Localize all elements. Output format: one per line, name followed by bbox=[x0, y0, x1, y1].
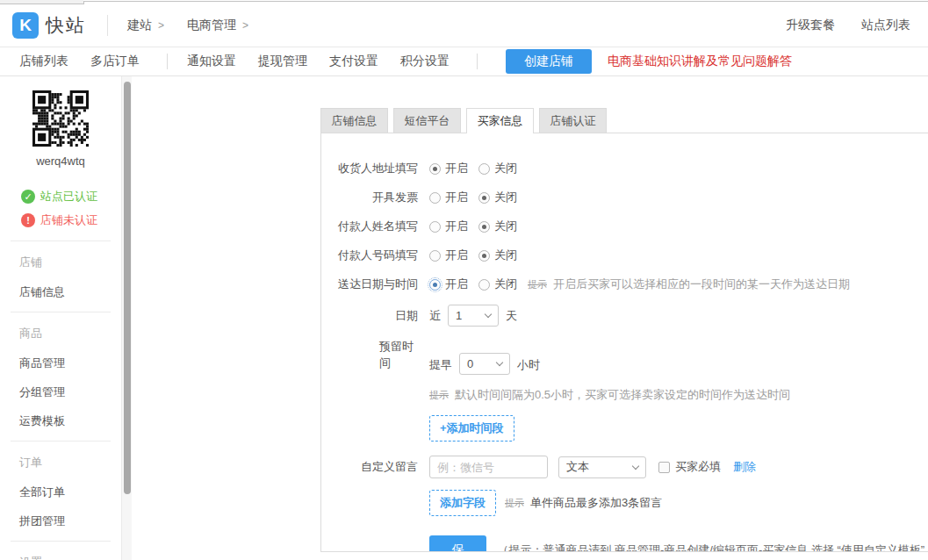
tab-shop-verification[interactable]: 店铺认证 bbox=[539, 108, 607, 133]
nav-item-multi-shop-orders[interactable]: 多店订单 bbox=[90, 54, 140, 69]
kuaizhan-logo-text: 快站 bbox=[46, 13, 86, 38]
sidebar-item-shop-info[interactable]: 店铺信息 bbox=[19, 284, 121, 299]
kuaizhan-logo[interactable]: K 快站 bbox=[12, 12, 86, 39]
form-row-reserve-time: 预留时间 提早 0 小时 bbox=[321, 338, 928, 375]
receiver-address-on-radio[interactable] bbox=[429, 163, 441, 175]
sidebar-section-title-product: 商品 bbox=[19, 326, 121, 341]
sidebar-divider bbox=[11, 241, 111, 241]
breadcrumb-site-builder[interactable]: 建站 bbox=[127, 18, 164, 33]
delivery-datetime-note: 开启后买家可以选择相应的一段时间的某一天作为送达日期 bbox=[553, 276, 850, 292]
header-divider bbox=[107, 15, 108, 36]
chevron-down-icon bbox=[485, 311, 492, 318]
nav-item-notification-settings[interactable]: 通知设置 bbox=[187, 54, 236, 69]
sidebar-item-all-orders[interactable]: 全部订单 bbox=[19, 485, 121, 499]
sidebar-section-title-order: 订单 bbox=[19, 455, 121, 470]
reserve-time-label: 预留时间 bbox=[321, 338, 418, 371]
on-label: 开启 bbox=[445, 219, 468, 234]
sidebar-scrollbar bbox=[121, 76, 132, 560]
upgrade-plan-link[interactable]: 升级套餐 bbox=[786, 18, 835, 33]
main-content: 店铺信息 短信平台 买家信息 店铺认证 收货人地址填写 开启 关闭 bbox=[132, 76, 928, 560]
tab-sms-platform[interactable]: 短信平台 bbox=[393, 108, 461, 133]
field-type-select[interactable]: 文本 bbox=[558, 456, 646, 478]
delete-field-link[interactable]: 删除 bbox=[733, 459, 756, 475]
on-label: 开启 bbox=[445, 276, 468, 292]
nav-item-shop-list[interactable]: 店铺列表 bbox=[19, 54, 68, 69]
nav-divider bbox=[167, 54, 168, 69]
payer-phone-on-radio[interactable] bbox=[429, 250, 441, 262]
reserve-select[interactable]: 0 bbox=[459, 353, 510, 375]
payer-phone-off-radio[interactable] bbox=[478, 250, 490, 262]
tip-broken-image: 提示 bbox=[505, 497, 524, 510]
payer-name-off-radio[interactable] bbox=[478, 221, 490, 233]
sidebar: werq4wtq ✓ 站点已认证 ! 店铺未认证 店铺 店铺信息 商品 商品管理… bbox=[0, 76, 121, 560]
save-button[interactable]: 保存 bbox=[429, 535, 486, 552]
buyer-required-checkbox[interactable] bbox=[658, 462, 670, 473]
site-verified-badge: ✓ 站点已认证 bbox=[21, 189, 121, 205]
reserve-select-value: 0 bbox=[467, 357, 473, 370]
tab-shop-info[interactable]: 店铺信息 bbox=[320, 108, 388, 133]
form-row-interval-tip: 提示 默认时间间隔为0.5小时，买家可选择卖家设定的时间作为送达时间 bbox=[321, 386, 928, 404]
off-label: 关闭 bbox=[494, 276, 517, 292]
invoice-label: 开具发票 bbox=[321, 190, 418, 205]
on-label: 开启 bbox=[445, 190, 468, 205]
form-row-add-time: +添加时间段 bbox=[321, 415, 928, 442]
site-verified-label: 站点已认证 bbox=[40, 189, 97, 205]
exclamation-circle-icon: ! bbox=[21, 213, 35, 227]
nav-item-withdraw-management[interactable]: 提现管理 bbox=[258, 54, 307, 69]
date-label: 日期 bbox=[321, 308, 418, 324]
shop-unverified-badge: ! 店铺未认证 bbox=[21, 212, 121, 228]
receiver-address-off-radio[interactable] bbox=[478, 163, 490, 175]
tip-broken-image: 提示 bbox=[429, 389, 449, 402]
settings-panel: 店铺信息 短信平台 买家信息 店铺认证 收货人地址填写 开启 关闭 bbox=[320, 108, 928, 552]
invoice-on-radio[interactable] bbox=[429, 192, 441, 204]
kuaizhan-logo-icon: K bbox=[12, 12, 39, 39]
date-select[interactable]: 1 bbox=[448, 305, 499, 327]
field-type-value: 文本 bbox=[566, 459, 589, 475]
date-select-value: 1 bbox=[456, 309, 462, 322]
check-circle-icon: ✓ bbox=[21, 190, 35, 204]
browser-chrome-sliver bbox=[0, 0, 928, 4]
nav-item-payment-settings[interactable]: 支付设置 bbox=[329, 54, 378, 69]
browser-tab-edge-right bbox=[83, 1, 928, 4]
invoice-off-radio[interactable] bbox=[478, 192, 490, 204]
breadcrumb-ecommerce-management[interactable]: 电商管理 bbox=[187, 18, 248, 33]
verification-badges: ✓ 站点已认证 ! 店铺未认证 bbox=[21, 189, 121, 228]
ecommerce-faq-link[interactable]: 电商基础知识讲解及常见问题解答 bbox=[608, 54, 792, 69]
sidebar-item-product-management[interactable]: 商品管理 bbox=[19, 355, 121, 370]
on-label: 开启 bbox=[445, 161, 468, 176]
sidebar-divider bbox=[11, 441, 111, 442]
sidebar-item-group-buy-management[interactable]: 拼团管理 bbox=[19, 513, 121, 528]
sidebar-divider bbox=[11, 312, 111, 312]
form-row-add-field: 添加字段 提示 单件商品最多添加3条留言 bbox=[321, 490, 928, 516]
site-list-link[interactable]: 站点列表 bbox=[861, 18, 910, 33]
sidebar-item-group-management[interactable]: 分组管理 bbox=[19, 384, 121, 399]
chevron-down-icon bbox=[496, 359, 503, 366]
date-prefix: 近 bbox=[429, 308, 441, 324]
sidebar-item-shipping-template[interactable]: 运费模板 bbox=[19, 413, 121, 428]
form-row-custom-message: 自定义留言 文本 买家必填 删除 bbox=[321, 456, 928, 478]
form-row-delivery-datetime: 送达日期与时间 开启 关闭 提示 开启后买家可以选择相应的一段时间的某一天作为送… bbox=[321, 276, 928, 293]
off-label: 关闭 bbox=[494, 161, 517, 176]
max-messages-note: 单件商品最多添加3条留言 bbox=[530, 495, 662, 511]
off-label: 关闭 bbox=[494, 219, 517, 234]
reserve-prefix: 提早 bbox=[429, 357, 452, 373]
buyer-info-form: 收货人地址填写 开启 关闭 开具发票 开启 关闭 bbox=[320, 133, 928, 552]
tab-buyer-info[interactable]: 买家信息 bbox=[466, 108, 534, 133]
off-label: 关闭 bbox=[494, 248, 517, 263]
tip-broken-image: 提示 bbox=[528, 278, 547, 291]
page-body: werq4wtq ✓ 站点已认证 ! 店铺未认证 店铺 店铺信息 商品 商品管理… bbox=[0, 76, 928, 560]
add-time-slot-button[interactable]: +添加时间段 bbox=[429, 415, 514, 442]
chevron-down-icon bbox=[632, 462, 639, 469]
delivery-datetime-on-radio[interactable] bbox=[429, 279, 441, 291]
sidebar-scrollbar-thumb[interactable] bbox=[124, 82, 131, 494]
date-suffix: 天 bbox=[506, 308, 517, 324]
nav-item-points-settings[interactable]: 积分设置 bbox=[400, 54, 450, 69]
payer-name-on-radio[interactable] bbox=[429, 221, 441, 233]
custom-message-input[interactable] bbox=[429, 456, 548, 478]
payer-name-label: 付款人姓名填写 bbox=[321, 219, 418, 234]
payer-phone-label: 付款人号码填写 bbox=[321, 248, 418, 263]
buyer-required-label: 买家必填 bbox=[675, 459, 721, 475]
create-shop-button[interactable]: 创建店铺 bbox=[506, 49, 592, 74]
delivery-datetime-off-radio[interactable] bbox=[478, 279, 490, 291]
add-field-button[interactable]: 添加字段 bbox=[429, 490, 496, 516]
